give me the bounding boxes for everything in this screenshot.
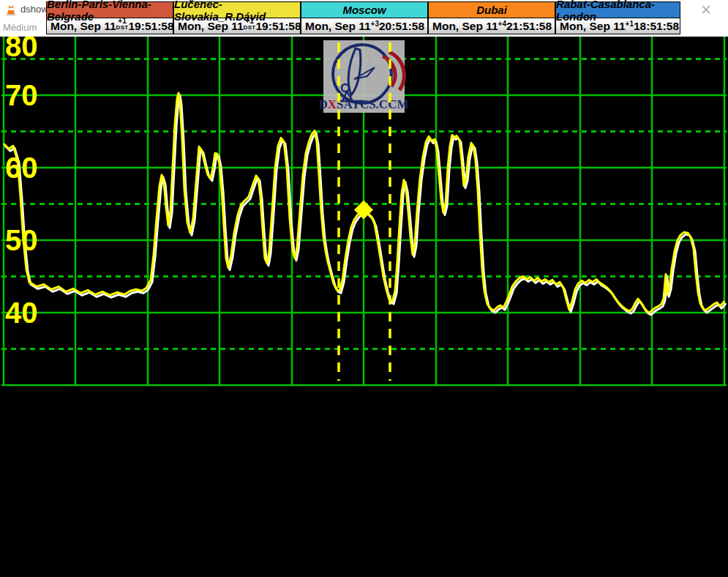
clock-city-label: Dubai (428, 1, 555, 18)
spectrum-chart: DXSATCS.CCM 8070605040 (0, 37, 728, 387)
clock-time: Mon, Sep 11 +3 20:51:58 (301, 18, 428, 34)
watermark-text: DXSATCS.CCM (319, 97, 409, 111)
clock-date: Mon, Sep 11 (305, 20, 371, 33)
clock-city-label: Lučenec-Slovakia_R.Dávid (173, 1, 301, 18)
clock-lucenec: Lučenec-Slovakia_R.Dávid Mon, Sep 11 +1D… (173, 1, 301, 34)
clock-hms: 20:51:58 (379, 20, 424, 33)
clock-time: Mon, Sep 11 +1DST 19:51:58 (46, 18, 173, 34)
y-axis-tick-label: 70 (5, 79, 38, 111)
titlebar: dshow Médium ✕ Berlin-Paris-Vienna-Belgr… (0, 0, 728, 37)
close-icon[interactable]: ✕ (697, 1, 716, 19)
timezone-offset: +1 (626, 21, 634, 28)
menu-item-medium[interactable]: Médium (3, 22, 37, 33)
clock-date: Mon, Sep 11 (560, 20, 626, 33)
vlc-cone-icon (5, 4, 17, 16)
clock-hms: 19:51:58 (129, 20, 174, 33)
clock-time: Mon, Sep 11 +4 21:51:58 (428, 18, 555, 34)
clock-date: Mon, Sep 11 (178, 20, 244, 33)
y-axis-tick-label: 60 (5, 152, 38, 184)
window-title: dshow (20, 4, 48, 15)
clock-moscow: Moscow Mon, Sep 11 +3 20:51:58 (301, 1, 428, 34)
clock-time: Mon, Sep 11 +1DST 19:51:58 (173, 18, 301, 34)
timezone-offset: +4 (498, 21, 506, 28)
y-axis-tick-label: 80 (5, 37, 38, 62)
timezone-offset: +1DST (116, 18, 129, 31)
clock-city-label: Rabat-Casablanca-London (555, 1, 680, 18)
clock-date: Mon, Sep 11 (432, 20, 498, 33)
clock-hms: 19:51:58 (256, 20, 301, 33)
clock-dubai: Dubai Mon, Sep 11 +4 21:51:58 (428, 1, 555, 34)
dxsatcs-watermark-logo: DXSATCS.CCM (319, 40, 409, 113)
clock-rabat: Rabat-Casablanca-London Mon, Sep 11 +1 1… (555, 1, 680, 34)
clock-hms: 21:51:58 (506, 20, 552, 33)
y-axis-tick-label: 40 (5, 297, 38, 329)
clock-city-label: Berlin-Paris-Vienna-Belgrade (46, 1, 173, 18)
readout-panel: ✓ Pwr 62.3 dBμV ✓ C/N 11.1 dB 11618.0 MH… (0, 387, 728, 577)
clock-hms: 18:51:58 (634, 20, 679, 33)
spectrum-display[interactable]: DXSATCS.CCM 8070605040 (0, 37, 728, 387)
clock-time: Mon, Sep 11 +1 18:51:58 (555, 18, 680, 34)
clock-city-label: Moscow (301, 1, 428, 18)
timezone-offset: +3 (371, 21, 379, 28)
timezone-offset: +1DST (244, 18, 256, 31)
y-axis-tick-label: 50 (5, 224, 38, 256)
clock-berlin: Berlin-Paris-Vienna-Belgrade Mon, Sep 11… (46, 1, 173, 34)
clock-date: Mon, Sep 11 (50, 20, 116, 33)
